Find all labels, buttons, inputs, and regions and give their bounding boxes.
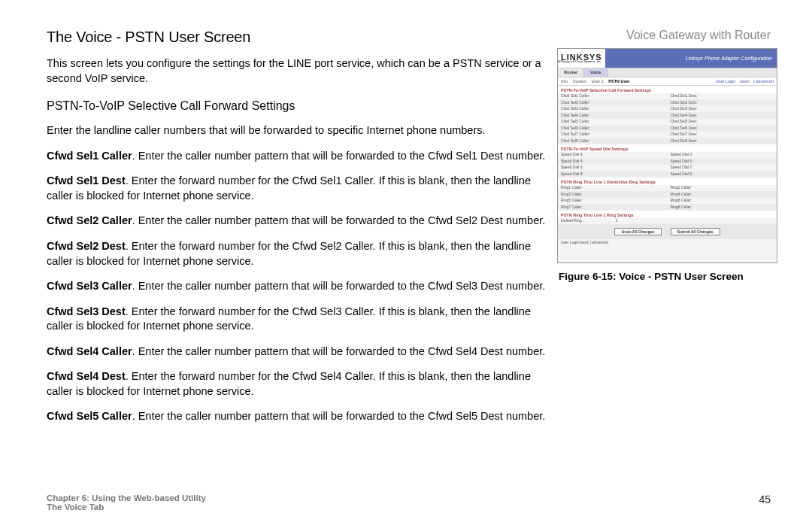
config-cell [613,132,668,138]
config-cell [613,106,668,113]
config-cell [722,93,777,100]
config-cell: Cfwd Sel1 Dest: [668,93,723,100]
config-screenshot: LINKSYS A Division of Cisco Systems, Inc… [557,48,777,263]
undo-button[interactable]: Undo All Changes [614,228,661,235]
submit-button[interactable]: Submit All Changes [671,228,720,235]
config-cell [722,99,777,106]
config-cell: Speed Dial 8: [558,171,613,178]
field-description: Cfwd Sel2 Dest. Enter the forward number… [47,239,547,269]
field-description: Cfwd Sel3 Caller. Enter the caller numbe… [47,279,547,294]
config-cell [613,191,668,198]
config-cell: Speed Dial 4: [558,158,613,165]
field-description: Cfwd Sel4 Caller. Enter the caller numbe… [47,344,547,360]
field-description: Cfwd Sel3 Dest. Enter the forward number… [47,305,547,334]
link-advanced[interactable]: | advanced [753,79,774,83]
figure-caption: Figure 6-15: Voice - PSTN User Screen [557,271,777,282]
config-cell [613,138,668,144]
config-cell: Ring5 Caller: [558,198,613,205]
sec2-head: PSTN-To-VoIP Speed Dial Settings [558,144,777,152]
config-cell: Cfwd Sel8 Caller: [558,138,613,144]
config-cell [613,171,668,178]
figure-pstn-user-screen: LINKSYS A Division of Cisco Systems, Inc… [557,48,777,282]
config-cell [722,218,777,225]
footer-section: The Voice Tab [47,502,771,511]
config-cell: Ring1 Caller: [558,185,613,192]
config-cell: Cfwd Sel4 Dest: [668,112,723,119]
config-cell [722,106,777,113]
field-description: Cfwd Sel1 Dest. Enter the forward number… [47,174,547,203]
config-cell: Cfwd Sel6 Dest: [668,125,723,132]
config-cell: Cfwd Sel3 Caller: [558,106,613,113]
config-cell [613,185,668,192]
subtab-pstn-user[interactable]: PSTN User [608,79,629,83]
field-description: Cfwd Sel1 Caller. Enter the caller numbe… [47,149,547,164]
config-cell: Ring6 Caller: [668,198,723,205]
config-cell: Cfwd Sel6 Caller: [558,125,613,132]
page-footer: Chapter 6: Using the Web-based Utility T… [47,493,771,511]
config-cell [722,138,777,144]
config-cell [722,125,777,132]
config-cell [722,185,777,192]
config-cell: Speed Dial 5: [668,158,723,165]
config-cell [613,119,668,126]
config-cell: Cfwd Sel7 Dest: [668,132,723,138]
config-cell [722,171,777,178]
config-cell [722,158,777,165]
subtab-user1[interactable]: User 1 [592,79,604,83]
config-cell [722,119,777,126]
config-cell [613,165,668,171]
tab-voice[interactable]: Voice [584,68,608,77]
banner-text: Linksys Phone Adapter Configuration [605,49,777,68]
config-cell: Ring7 Caller: [558,204,613,211]
product-name: Voice Gateway with Router [626,29,771,42]
linksys-logo-sub: A Division of Cisco Systems, Inc. [558,60,605,63]
config-cell: Default Ring: [558,218,613,225]
config-cell [613,112,668,119]
fig-footer-links: User Login basic | advanced [558,239,777,247]
config-cell [722,204,777,211]
config-cell: Speed Dial 9: [668,171,723,178]
config-cell [722,152,777,159]
config-cell: Speed Dial 6: [558,165,613,171]
config-cell [613,204,668,211]
config-cell [613,125,668,132]
sec4-head: PSTN Ring Thru Line 1 Ring Settings [558,211,777,218]
sec3-head: PSTN Ring Thru Line 1 Distinctive Ring S… [558,178,777,185]
config-cell: Cfwd Sel7 Caller: [558,132,613,138]
config-cell [613,152,668,159]
config-cell [722,165,777,171]
field-description: Cfwd Sel4 Dest. Enter the forward number… [47,369,547,399]
config-cell: Cfwd Sel2 Dest: [668,99,723,106]
intro-text: This screen lets you configure the setti… [47,56,547,86]
config-cell: Cfwd Sel3 Dest: [668,106,723,113]
config-cell [722,132,777,138]
tab-router[interactable]: Router [558,68,584,77]
subtab-system[interactable]: System [573,79,586,83]
page-number: 45 [759,493,771,505]
config-cell [722,112,777,119]
config-cell: Speed Dial 2: [558,152,613,159]
sub-tabs: Info System User 1 PSTN User User Login … [558,77,777,86]
config-cell: Speed Dial 3: [668,152,723,159]
config-cell [668,218,723,225]
config-cell: Speed Dial 7: [668,165,723,171]
config-cell [613,198,668,205]
config-cell [722,198,777,205]
subtab-info[interactable]: Info [561,79,568,83]
config-cell: Ring3 Caller: [558,191,613,198]
field-description: Cfwd Sel5 Caller. Enter the caller numbe… [47,409,547,424]
link-basic[interactable]: basic [740,79,750,83]
section-heading: PSTN-To-VoIP Selective Call Forward Sett… [47,99,547,113]
link-user-login[interactable]: User Login [716,79,736,83]
config-cell: 1 [613,218,668,225]
config-cell: Cfwd Sel5 Dest: [668,119,723,126]
config-cell [613,93,668,100]
config-cell [722,191,777,198]
config-cell: Cfwd Sel1 Caller: [558,93,613,100]
config-cell [613,158,668,165]
config-cell: Ring2 Caller: [668,185,723,192]
config-cell: Cfwd Sel5 Caller: [558,119,613,126]
main-tabs: Router Voice [558,68,777,77]
footer-chapter: Chapter 6: Using the Web-based Utility [47,493,206,502]
config-cell: Ring8 Caller: [668,204,723,211]
